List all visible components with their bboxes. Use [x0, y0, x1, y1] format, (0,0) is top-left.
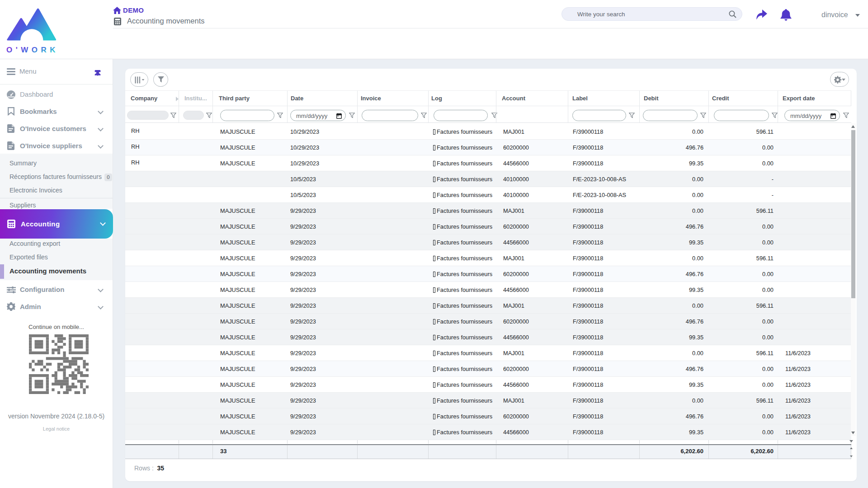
svg-text:O'WORK: O'WORK	[6, 46, 57, 53]
